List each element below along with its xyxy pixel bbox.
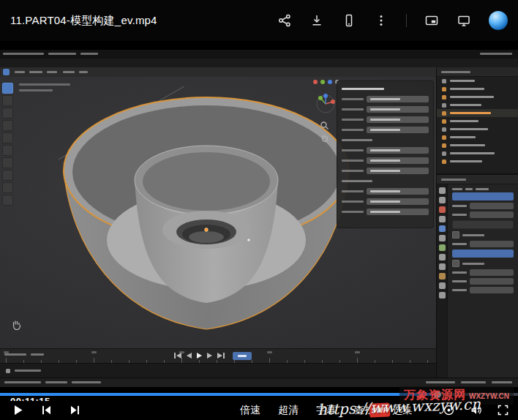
viewport-toolbar — [2, 83, 13, 207]
blender-3d-viewport — [0, 77, 436, 348]
frame-number — [91, 351, 97, 353]
text-placeholder — [4, 353, 26, 356]
text-placeholder — [342, 108, 364, 110]
video-surface[interactable] — [0, 50, 518, 386]
text-placeholder — [426, 381, 455, 383]
outliner-item — [437, 101, 518, 109]
text-placeholder — [15, 370, 41, 372]
value-field — [367, 116, 429, 123]
frame-number — [355, 351, 360, 353]
editor-type-icon — [3, 69, 10, 75]
value-field — [367, 96, 429, 102]
button-placeholder — [452, 250, 514, 258]
playlist-button[interactable]: 选集 — [392, 404, 413, 417]
property-tab-icon — [439, 216, 446, 222]
blender-window-titlebar — [0, 50, 518, 59]
tool-icon — [2, 120, 13, 131]
text-placeholder — [342, 119, 364, 121]
property-row — [452, 231, 514, 239]
property-tab-icon — [439, 187, 446, 194]
video-player-window: 11.PART04-模型构建_ev.mp4 — [0, 0, 518, 420]
panel-row — [342, 167, 429, 175]
outliner-item — [437, 109, 518, 117]
property-tab-icon — [439, 235, 446, 241]
subtitle-button[interactable]: 字幕 — [316, 404, 337, 417]
profile-avatar[interactable] — [489, 11, 508, 30]
property-row — [452, 203, 514, 209]
outliner-item — [437, 157, 518, 165]
jump-to-end-icon — [217, 353, 225, 359]
picture-in-picture-icon[interactable] — [424, 13, 439, 28]
button-placeholder — [452, 192, 514, 200]
share-icon[interactable] — [277, 13, 292, 28]
control-bar-right — [443, 404, 509, 416]
timeline-playback-controls — [174, 353, 225, 359]
zoom-tool-icon — [320, 121, 329, 130]
object-icon — [442, 111, 446, 116]
more-options-icon[interactable] — [374, 13, 388, 28]
property-tab-icon — [439, 244, 446, 251]
property-row — [452, 211, 514, 218]
value-field — [470, 241, 514, 247]
viewport-overlay-icons — [313, 80, 339, 84]
object-icon — [442, 151, 446, 156]
text-placeholder — [370, 119, 400, 121]
blender-right-panels — [436, 67, 518, 378]
channel-icon — [6, 369, 10, 373]
object-icon — [442, 160, 446, 164]
tool-icon — [2, 132, 13, 143]
text-placeholder — [72, 381, 101, 383]
phone-icon[interactable] — [342, 13, 356, 28]
text-placeholder — [48, 53, 76, 55]
text-placeholder — [342, 200, 364, 203]
value-field — [367, 168, 429, 174]
cast-icon[interactable] — [457, 13, 471, 28]
next-keyframe-icon — [207, 353, 212, 359]
object-icon — [442, 79, 446, 83]
checkbox-placeholder — [452, 260, 459, 267]
outliner-item — [437, 93, 518, 101]
text-placeholder — [4, 381, 41, 383]
properties-editor — [437, 184, 518, 379]
watermark-site: 万象资源网 WXZYW.CN — [399, 386, 514, 405]
frame-tick — [357, 358, 358, 363]
text-placeholder — [452, 271, 467, 274]
next-episode-button[interactable] — [69, 404, 81, 416]
text-placeholder — [480, 53, 512, 55]
speed-button[interactable]: 倍速 — [240, 404, 260, 417]
previous-episode-button[interactable] — [40, 404, 53, 416]
property-row — [452, 192, 514, 200]
text-placeholder — [450, 152, 495, 154]
outliner-item — [437, 85, 518, 93]
panel-row — [342, 95, 429, 103]
quality-button[interactable]: 超清 — [278, 404, 299, 417]
panel-row — [342, 85, 429, 93]
play-button[interactable] — [12, 404, 24, 416]
download-icon[interactable] — [309, 13, 324, 28]
text-placeholder — [370, 200, 400, 203]
timeline-play-icon — [197, 353, 202, 359]
volume-icon[interactable] — [470, 404, 482, 416]
text-placeholder — [342, 88, 384, 90]
text-placeholder — [441, 71, 470, 73]
record-icon[interactable] — [443, 404, 455, 416]
object-icon — [442, 95, 446, 100]
value-field — [470, 203, 514, 209]
panel-row — [342, 136, 429, 144]
property-row — [452, 220, 514, 229]
text-placeholder — [370, 170, 400, 172]
panel-row — [342, 208, 429, 216]
property-row — [452, 269, 514, 276]
text-placeholder — [452, 205, 467, 207]
text-placeholder — [342, 170, 364, 172]
panel-row — [342, 177, 429, 185]
text-placeholder — [450, 128, 488, 130]
fullscreen-icon[interactable] — [497, 404, 509, 416]
menu-placeholder — [63, 71, 75, 73]
panel-row — [342, 198, 429, 206]
panel-row — [342, 126, 429, 134]
value-field — [367, 209, 429, 215]
property-row — [452, 188, 514, 190]
watermark-site-name: 万象资源网 — [404, 388, 466, 403]
watermark-site-domain: WXZYW.CN — [469, 392, 509, 400]
